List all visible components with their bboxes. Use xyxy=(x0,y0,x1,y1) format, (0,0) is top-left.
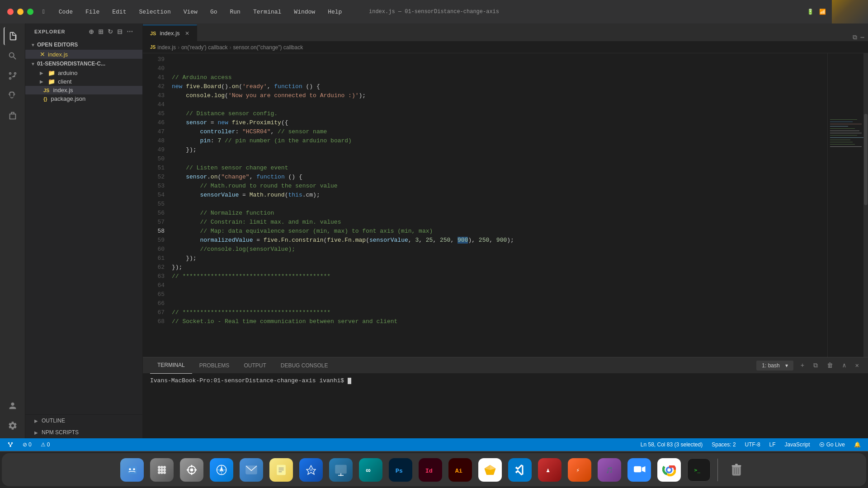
maximize-panel-icon[interactable]: ∧ xyxy=(840,361,848,370)
dock-notes[interactable] xyxy=(268,457,294,483)
dock-app3[interactable]: 🎵 xyxy=(596,457,623,483)
menu-run[interactable]: Run xyxy=(228,8,242,16)
menu-terminal[interactable]: Terminal xyxy=(251,8,283,16)
new-terminal-icon[interactable]: + xyxy=(799,361,806,370)
svg-rect-58 xyxy=(522,465,523,474)
dock-illustrator[interactable]: Ai xyxy=(447,457,473,483)
breadcrumb-scope1[interactable]: on('ready') callback xyxy=(181,44,228,51)
outline-section[interactable]: ▶ OUTLINE xyxy=(25,415,142,427)
dock-app1[interactable]: ♟ xyxy=(537,457,563,483)
split-terminal-icon[interactable]: ⧉ xyxy=(811,361,820,370)
language-mode[interactable]: JavaScript xyxy=(783,441,812,448)
svg-rect-0 xyxy=(830,119,857,120)
svg-text:∞: ∞ xyxy=(366,466,370,475)
encoding[interactable]: UTF-8 xyxy=(743,441,762,448)
menu-view[interactable]: View xyxy=(182,8,199,16)
go-live-button[interactable]: Go Live xyxy=(817,441,847,448)
svg-rect-8 xyxy=(830,137,863,138)
open-editors-chevron: ▼ xyxy=(31,42,35,47)
breadcrumb-file[interactable]: index.js xyxy=(157,44,176,51)
svg-rect-20 xyxy=(127,466,137,474)
menu-go[interactable]: Go xyxy=(208,8,219,16)
collapse-all-icon[interactable]: ⊟ xyxy=(117,28,123,35)
dock-chrome[interactable] xyxy=(656,457,682,483)
file-indexjs[interactable]: JS index.js xyxy=(25,86,142,94)
menu-code[interactable]: Code xyxy=(57,8,75,16)
menu-window[interactable]: Window xyxy=(292,8,317,16)
indentation[interactable]: Spaces: 2 xyxy=(710,441,737,448)
dock-arduino[interactable]: ∞ xyxy=(358,457,384,483)
maximize-button[interactable] xyxy=(27,9,33,15)
terminal-tab-problems[interactable]: PROBLEMS xyxy=(192,357,237,374)
minimize-button[interactable] xyxy=(17,9,24,15)
dock-photoshop[interactable]: Ps xyxy=(387,457,414,483)
dock-terminal[interactable]: >_ xyxy=(686,457,712,483)
folder-arduino[interactable]: ▶ 📁 arduino xyxy=(25,69,142,77)
eol[interactable]: LF xyxy=(768,441,778,448)
svg-point-31 xyxy=(163,471,166,474)
menu-selection[interactable]: Selection xyxy=(137,8,172,16)
tab-indexjs[interactable]: JS index.js ✕ xyxy=(143,25,197,41)
dock-indesign[interactable]: Id xyxy=(417,457,443,483)
menu-file[interactable]: File xyxy=(84,8,101,16)
dock-app2[interactable]: ⚡ xyxy=(566,457,593,483)
dock-finder[interactable] xyxy=(119,457,145,483)
error-count[interactable]: ⊘ 0 xyxy=(21,441,33,448)
kill-terminal-icon[interactable]: 🗑 xyxy=(825,361,835,370)
terminal-tab-output[interactable]: OUTPUT xyxy=(236,357,273,374)
shell-dropdown-arrow: ▾ xyxy=(783,361,790,370)
dock-keynote[interactable] xyxy=(328,457,354,483)
split-editor-icon[interactable]: ⧉ xyxy=(853,34,857,41)
dock-vscode[interactable] xyxy=(507,457,533,483)
close-button[interactable] xyxy=(7,9,14,15)
folder-client[interactable]: ▶ 📁 client xyxy=(25,77,142,86)
json-icon: {} xyxy=(43,96,47,102)
activity-account[interactable] xyxy=(4,397,22,415)
terminal-content[interactable]: Ivans-MacBook-Pro:01-sensorDistance-chan… xyxy=(143,374,868,438)
git-status[interactable] xyxy=(5,441,15,448)
tab-close-icon[interactable]: ✕ xyxy=(185,30,189,37)
dock-system-prefs[interactable] xyxy=(179,457,205,483)
activity-settings[interactable] xyxy=(4,417,22,435)
terminal-tab-terminal[interactable]: TERMINAL xyxy=(150,357,192,374)
file-packagejson[interactable]: {} package.json xyxy=(25,94,142,103)
terminal-tab-debug[interactable]: DEBUG CONSOLE xyxy=(274,357,335,374)
close-panel-icon[interactable]: ✕ xyxy=(854,361,861,370)
code-area[interactable]: 3940414243 4445464748 4950515253 5455565… xyxy=(143,53,868,357)
terminal-shell-selector[interactable]: 1: bash ▾ xyxy=(756,361,793,371)
more-actions-icon[interactable]: ⋯ xyxy=(127,28,133,35)
new-folder-icon[interactable]: ⊞ xyxy=(98,28,104,35)
refresh-icon[interactable]: ↻ xyxy=(108,28,113,35)
activity-debug[interactable] xyxy=(4,87,22,105)
notifications-bell[interactable]: 🔔 xyxy=(852,441,863,448)
scrollbar-thumb[interactable] xyxy=(864,114,868,205)
dock-mail[interactable] xyxy=(238,457,264,483)
code-content[interactable]: // Arduino access new five.Board().on('r… xyxy=(168,53,827,357)
dock-sketch[interactable] xyxy=(477,457,503,483)
warning-count[interactable]: ⚠ 0 xyxy=(39,441,52,448)
activity-search[interactable] xyxy=(4,47,22,65)
menu-apple[interactable]:  xyxy=(41,8,48,16)
dock-safari[interactable] xyxy=(208,457,235,483)
more-tabs-icon[interactable]: ⋯ xyxy=(861,33,864,41)
breadcrumb-scope2[interactable]: sensor.on("change") callback xyxy=(233,44,303,51)
npm-scripts-section[interactable]: ▶ NPM SCRIPTS xyxy=(25,427,142,438)
cursor-position[interactable]: Ln 58, Col 83 (3 selected) xyxy=(639,441,704,448)
menu-edit[interactable]: Edit xyxy=(110,8,128,16)
menu-help[interactable]: Help xyxy=(326,8,344,16)
svg-text:Ps: Ps xyxy=(395,468,402,474)
vertical-scrollbar[interactable] xyxy=(863,53,868,357)
project-header[interactable]: ▼ 01-SENSORDISTANCE-C... xyxy=(25,59,142,69)
activity-extensions[interactable] xyxy=(4,107,22,125)
open-editor-item-indexjs[interactable]: ✕ index.js ✕ xyxy=(25,50,142,59)
dock-zoom[interactable] xyxy=(626,457,652,483)
activity-files[interactable] xyxy=(4,27,22,45)
open-editors-header[interactable]: ▼ OPEN EDITORS xyxy=(25,40,142,50)
new-file-icon[interactable]: ⊕ xyxy=(89,28,94,35)
activity-source-control[interactable] xyxy=(4,67,22,85)
titlebar-menu:  Code File Edit Selection View Go Run T… xyxy=(41,8,344,16)
dock-trash[interactable] xyxy=(723,457,750,483)
svg-point-23 xyxy=(158,466,160,469)
dock-launchpad[interactable] xyxy=(149,457,175,483)
dock-appstore[interactable]: A xyxy=(298,457,324,483)
